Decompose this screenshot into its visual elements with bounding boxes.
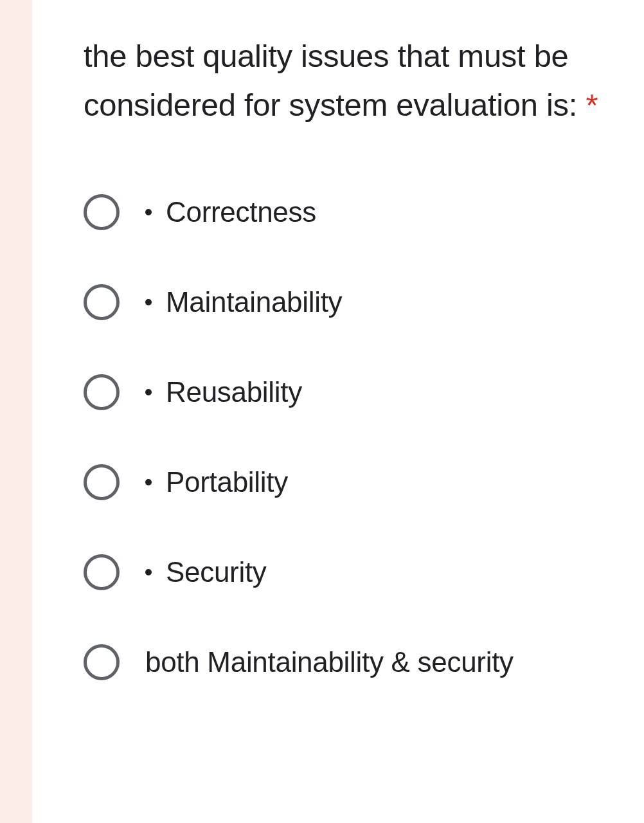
option-text: Maintainability bbox=[166, 286, 342, 318]
bullet-icon bbox=[145, 389, 152, 395]
required-asterisk: * bbox=[586, 87, 598, 122]
question-card: the best quality issues that must be con… bbox=[32, 0, 644, 706]
left-accent-strip bbox=[0, 0, 32, 823]
option-text: Security bbox=[166, 556, 267, 588]
option-text: Reusability bbox=[166, 376, 302, 408]
bullet-icon bbox=[145, 479, 152, 485]
options-list: Correctness Maintainability Reusability … bbox=[84, 194, 631, 680]
option-security[interactable]: Security bbox=[84, 554, 631, 590]
option-correctness[interactable]: Correctness bbox=[84, 194, 631, 230]
question-text: the best quality issues that must be con… bbox=[84, 32, 631, 130]
radio-icon bbox=[84, 464, 120, 500]
radio-icon bbox=[84, 554, 120, 590]
option-text: Correctness bbox=[166, 196, 316, 228]
option-portability[interactable]: Portability bbox=[84, 464, 631, 500]
bullet-icon bbox=[145, 299, 152, 305]
radio-icon bbox=[84, 284, 120, 320]
option-text: both Maintainability & security bbox=[145, 646, 514, 678]
option-label: Maintainability bbox=[145, 286, 342, 318]
option-maintainability[interactable]: Maintainability bbox=[84, 284, 631, 320]
option-reusability[interactable]: Reusability bbox=[84, 374, 631, 410]
question-text-content: the best quality issues that must be con… bbox=[84, 39, 586, 122]
bullet-icon bbox=[145, 569, 152, 575]
option-both-maintainability-security[interactable]: both Maintainability & security bbox=[84, 644, 631, 680]
option-text: Portability bbox=[166, 466, 288, 498]
option-label: Portability bbox=[145, 466, 288, 498]
radio-icon bbox=[84, 644, 120, 680]
radio-icon bbox=[84, 374, 120, 410]
bullet-icon bbox=[145, 209, 152, 215]
option-label: both Maintainability & security bbox=[145, 646, 514, 678]
option-label: Correctness bbox=[145, 196, 316, 228]
option-label: Reusability bbox=[145, 376, 302, 408]
radio-icon bbox=[84, 194, 120, 230]
option-label: Security bbox=[145, 556, 267, 588]
